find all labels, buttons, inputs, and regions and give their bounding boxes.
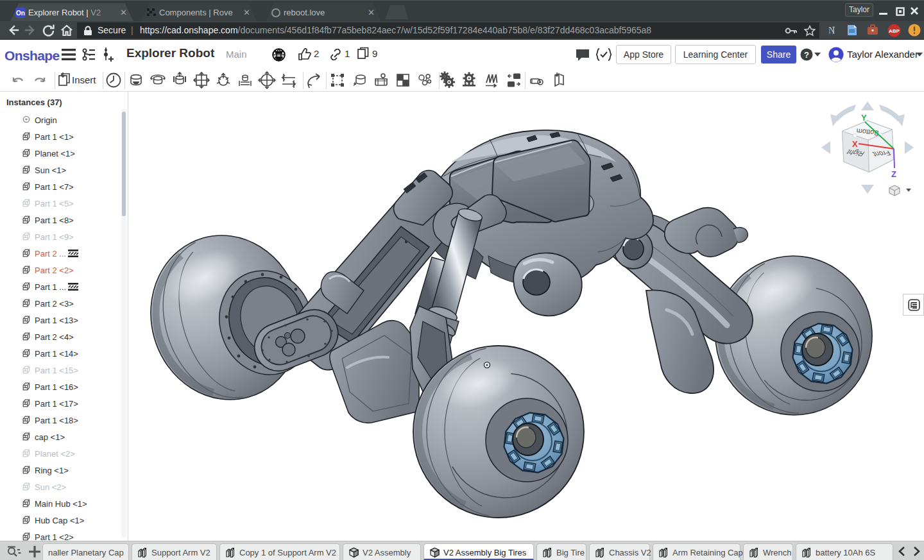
svg-text:On: On	[16, 10, 25, 17]
svg-text:X: X	[852, 139, 858, 149]
svg-text:Y: Y	[861, 113, 867, 123]
svg-text:Z: Z	[891, 169, 896, 179]
svg-text:ABP: ABP	[889, 28, 900, 34]
svg-text:?: ?	[804, 50, 809, 60]
